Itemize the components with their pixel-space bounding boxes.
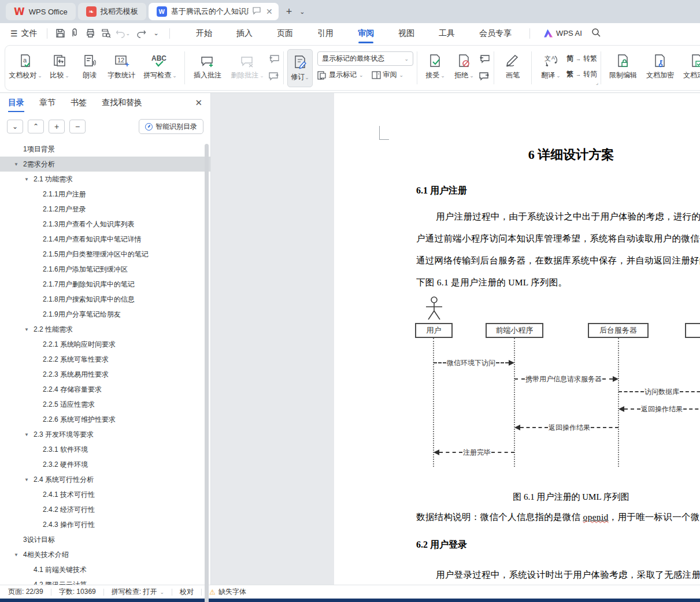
menu-tab-会员专享[interactable]: 会员专享 — [467, 23, 524, 43]
next-comment-icon[interactable] — [268, 72, 280, 83]
toc-item[interactable]: 2.1.7用户删除知识库中的笔记 — [0, 277, 210, 292]
spellcheck-status[interactable]: 拼写检查: 打开 — [112, 587, 157, 597]
wps-ai-button[interactable]: WPS AI — [544, 29, 582, 38]
comment-bubble-icon[interactable] — [253, 7, 261, 16]
finalize-document-button[interactable]: 文档定稿 — [679, 49, 700, 80]
zoom-in-toc-button[interactable]: + — [49, 120, 65, 133]
toc-item[interactable]: 2.2.5 适应性需求 — [0, 397, 210, 412]
menu-tab-审阅[interactable]: 审阅 — [346, 23, 386, 43]
toc-item[interactable]: 2.4.1 技术可行性 — [0, 487, 210, 502]
new-tab-button[interactable]: + — [281, 6, 298, 18]
markup-state-select[interactable]: 显示标记的最终状态 ⌄ — [317, 51, 413, 66]
menu-tab-引用[interactable]: 引用 — [305, 23, 346, 43]
read-aloud-button[interactable]: 朗读 — [76, 49, 103, 80]
file-menu-button[interactable]: ☰ 文件 — [7, 28, 41, 39]
toc-item[interactable]: 3设计目标 — [0, 532, 210, 547]
menu-tab-视图[interactable]: 视图 — [386, 23, 427, 43]
word-count-indicator[interactable]: 字数: 10369 — [59, 587, 96, 597]
toc-item[interactable]: 2.4.3 操作可行性 — [0, 517, 210, 532]
previous-change-icon[interactable] — [479, 55, 490, 65]
spell-check-button[interactable]: ABC 拼写检查⌄ — [139, 49, 181, 80]
menu-tab-插入[interactable]: 插入 — [224, 23, 265, 43]
group-expand-icon[interactable]: ⌟ — [596, 80, 598, 86]
toc-item[interactable]: 2.1.6用户添加笔记到缓冲区 — [0, 262, 210, 277]
toc-item[interactable]: 2.1.8用户搜索知识库中的信息 — [0, 292, 210, 307]
toc-item[interactable]: ▼2需求分析 — [0, 157, 210, 172]
collapse-all-button[interactable]: ⌄ — [7, 120, 23, 133]
traditional-to-simplified-button[interactable]: 繁→ 转简 — [566, 69, 597, 79]
export-pdf-icon[interactable] — [68, 27, 83, 40]
sidebar-tab-toc[interactable]: 目录 — [8, 93, 24, 112]
delete-comment-button[interactable]: 删除批注⌄ — [227, 49, 268, 80]
show-markup-button[interactable]: 显示标记⌄ — [317, 70, 364, 80]
collapse-arrow-icon[interactable]: ▼ — [24, 327, 29, 332]
insert-comment-button[interactable]: 插入批注 — [188, 49, 227, 80]
zoom-out-toc-button[interactable]: − — [69, 120, 86, 133]
restrict-editing-button[interactable]: 限制编辑 — [605, 49, 642, 80]
toc-item[interactable]: 2.1.4用户查看知识库中笔记详情 — [0, 232, 210, 247]
toc-item[interactable]: 2.3.1 软件环境 — [0, 442, 210, 457]
collapse-arrow-icon[interactable]: ▼ — [14, 162, 18, 167]
sidebar-tab-find-replace[interactable]: 查找和替换 — [102, 93, 142, 112]
collapse-arrow-icon[interactable]: ▼ — [24, 177, 29, 182]
document-canvas[interactable]: 6 详细设计方案 6.1 用户注册 用户注册过程中，由于系统设计之中出于用户体验… — [211, 93, 700, 585]
toc-item[interactable]: 2.1.2用户登录 — [0, 202, 210, 217]
toc-item[interactable]: 4.1 前端关键技术 — [0, 562, 210, 577]
previous-comment-icon[interactable] — [268, 55, 280, 65]
toc-item[interactable]: 2.1.3用户查看个人知识库列表 — [0, 217, 210, 232]
toc-item[interactable]: 2.2.1 系统响应时间要求 — [0, 337, 210, 352]
toc-item[interactable]: 2.4.2 经济可行性 — [0, 502, 210, 517]
tab-docer-templates[interactable]: ❧ 找稻壳模板 — [78, 3, 146, 20]
collapse-arrow-icon[interactable]: ▼ — [14, 552, 18, 558]
pen-button[interactable]: 画笔 — [498, 49, 528, 80]
toc-item[interactable]: 4.2 腾讯云云计算 — [0, 577, 210, 585]
tab-list-chevron-icon[interactable]: ⌄ — [297, 8, 307, 16]
spellcheck-chevron-icon[interactable]: ⌄ — [160, 589, 164, 595]
toc-item[interactable]: ▼2.2 性能需求 — [0, 322, 210, 337]
undo-chevron-icon[interactable]: ⌄ — [126, 31, 131, 36]
toc-item[interactable]: ▼2.4 系统可行性分析 — [0, 472, 210, 487]
print-icon[interactable] — [83, 27, 98, 40]
collapse-arrow-icon[interactable]: ▼ — [24, 432, 29, 437]
page-indicator[interactable]: 页面: 22/39 — [8, 587, 43, 597]
toc-item[interactable]: 2.2.6 系统可维护性要求 — [0, 412, 210, 427]
track-changes-button[interactable]: 修订⌄ — [287, 49, 313, 87]
reject-button[interactable]: 拒绝⌄ — [450, 49, 479, 80]
print-preview-icon[interactable] — [98, 27, 113, 40]
simplified-to-traditional-button[interactable]: 简→ 转繁 — [566, 54, 597, 64]
expand-all-button[interactable]: ⌃ — [28, 120, 44, 133]
smart-toc-button[interactable]: 智能识别目录 — [139, 119, 203, 134]
tab-current-document[interactable]: W 基于腾讯云的个人知识库管理 ✕ — [149, 3, 279, 20]
sidebar-tab-bookmarks[interactable]: 书签 — [71, 93, 87, 112]
save-icon[interactable] — [53, 27, 68, 40]
word-count-button[interactable]: 12+ 字数统计 — [103, 49, 139, 80]
toc-item[interactable]: 2.2.3 系统易用性要求 — [0, 367, 210, 382]
doc-proof-button[interactable]: a 文档校对⌄ — [8, 49, 43, 80]
toc-item[interactable]: ▼4相关技术介绍 — [0, 547, 210, 562]
toc-item[interactable]: 2.2.2 系统可靠性要求 — [0, 352, 210, 367]
menu-tab-页面[interactable]: 页面 — [265, 23, 305, 43]
collapse-arrow-icon[interactable]: ▼ — [24, 477, 29, 482]
proofread-button[interactable]: 校对 — [180, 587, 194, 597]
translate-button[interactable]: 文A 翻译⌄ — [535, 49, 566, 80]
redo-icon[interactable] — [134, 27, 149, 40]
menu-tab-工具[interactable]: 工具 — [427, 23, 467, 43]
sidebar-tab-chapters[interactable]: 章节 — [39, 93, 55, 112]
toc-item[interactable]: 2.2.4 存储容量要求 — [0, 382, 210, 397]
toc-item[interactable]: 2.1.1用户注册 — [0, 187, 210, 202]
toc-item[interactable]: 2.1.9用户分享笔记给朋友 — [0, 307, 210, 322]
menu-tab-开始[interactable]: 开始 — [184, 23, 224, 43]
quickbar-chevron-icon[interactable]: ⌄ — [149, 27, 164, 40]
toc-item[interactable]: ▼2.3 开发环境等要求 — [0, 427, 210, 442]
accept-button[interactable]: 接受⌄ — [421, 49, 450, 80]
close-tab-icon[interactable]: ✕ — [265, 7, 274, 16]
next-change-icon[interactable] — [479, 72, 490, 83]
toc-item[interactable]: 2.1.5用户归类整理缓冲区中的笔记 — [0, 247, 210, 262]
encrypt-document-button[interactable]: 文档加密 — [642, 49, 679, 80]
document-page[interactable]: 6 详细设计方案 6.1 用户注册 用户注册过程中，由于系统设计之中出于用户体验… — [334, 93, 700, 585]
sidebar-scrollbar[interactable] — [205, 144, 209, 602]
close-sidebar-icon[interactable]: ✕ — [195, 98, 202, 108]
toc-item[interactable]: ▼2.1 功能需求 — [0, 172, 210, 187]
review-mode-button[interactable]: 审阅⌄ — [372, 70, 404, 80]
toc-item[interactable]: 1项目背景 — [0, 142, 210, 157]
